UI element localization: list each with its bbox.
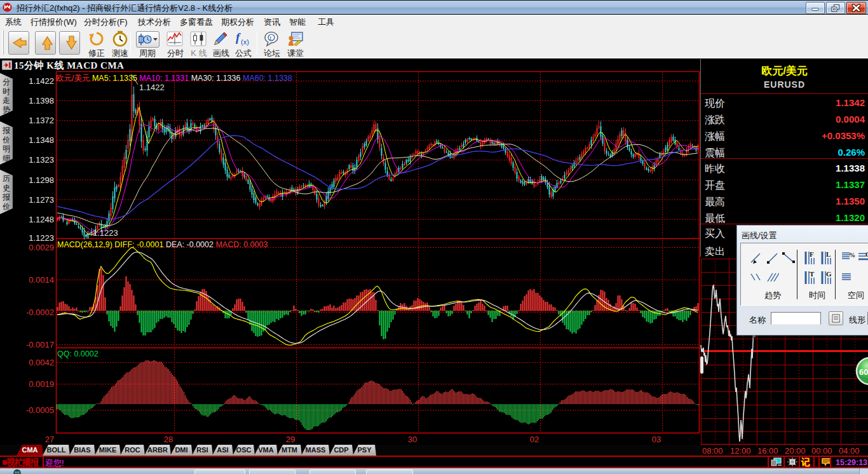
svg-text:1.1422: 1.1422 [29, 76, 54, 86]
svg-text:%: % [849, 252, 855, 259]
svg-text:30: 30 [408, 435, 417, 444]
svg-text:f: f [236, 30, 241, 44]
svg-text:1.1398: 1.1398 [29, 96, 54, 105]
svg-text:28: 28 [164, 435, 173, 444]
svg-text:(x): (x) [241, 38, 249, 46]
svg-text:1.1298: 1.1298 [29, 175, 54, 185]
svg-text:1.1372: 1.1372 [29, 116, 54, 125]
svg-text:-0.0005: -0.0005 [26, 405, 54, 415]
svg-text:F: F [810, 250, 814, 258]
svg-text:27: 27 [45, 435, 54, 444]
svg-text:0.0042: 0.0042 [29, 358, 54, 367]
svg-text:1.1273: 1.1273 [29, 195, 54, 205]
svg-text:02: 02 [530, 435, 539, 444]
svg-text:-0.0002: -0.0002 [26, 308, 54, 317]
svg-text:T: T [810, 270, 815, 278]
svg-text:1.1248: 1.1248 [29, 215, 54, 224]
svg-text:L: L [826, 250, 831, 258]
svg-text:1.1223: 1.1223 [29, 233, 54, 243]
svg-text:MACD(26,12,9) DIFF: -0.0001 DE: MACD(26,12,9) DIFF: -0.0001 DEA: -0.0002… [57, 240, 268, 249]
svg-text:G: G [826, 270, 832, 278]
svg-text:欧元/美元 MA5: 1.1335 MA10: 1.1331: 欧元/美元 MA5: 1.1335 MA10: 1.1331 MA30: 1.1… [56, 74, 292, 83]
svg-text:03: 03 [652, 435, 661, 444]
svg-text:60: 60 [859, 367, 868, 377]
svg-text:0.0019: 0.0019 [29, 379, 54, 389]
svg-text:QQ: 0.0002: QQ: 0.0002 [57, 349, 98, 358]
svg-text:29: 29 [286, 435, 295, 444]
svg-text:1.1223: 1.1223 [93, 228, 118, 238]
svg-text:1.1323: 1.1323 [29, 155, 54, 165]
svg-text:0.0014: 0.0014 [29, 275, 54, 285]
svg-text:-0.0017: -0.0017 [26, 340, 54, 349]
svg-text:G: G [865, 251, 868, 258]
svg-text:0.0029: 0.0029 [29, 243, 54, 252]
svg-text:t: t [270, 34, 272, 41]
svg-text:1.1422: 1.1422 [139, 83, 165, 92]
svg-text:1.1348: 1.1348 [29, 135, 54, 145]
